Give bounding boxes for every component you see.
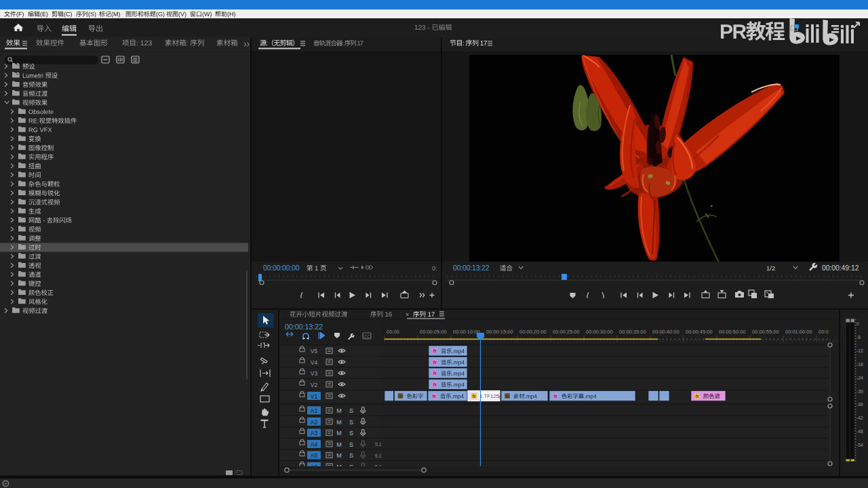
svg-text:fx: fx [433, 382, 437, 387]
svg-text:00:00:15:00: 00:00:15:00 [486, 329, 513, 335]
svg-text:-12: -12 [856, 348, 863, 353]
svg-text:-24: -24 [856, 375, 863, 380]
svg-text:00:00:45:00: 00:00:45:00 [686, 329, 713, 335]
svg-text:-54: -54 [856, 443, 863, 447]
svg-text:×: × [406, 311, 409, 318]
svg-text:00:00:49:12: 00:00:49:12 [822, 264, 859, 272]
svg-text:S: S [349, 419, 353, 426]
svg-text:V4: V4 [311, 359, 318, 366]
svg-text:A2: A2 [311, 419, 318, 426]
svg-text:00:00:10:00: 00:00:10:00 [453, 329, 480, 335]
svg-text:fx: fx [472, 394, 476, 399]
svg-text:00:00:25:00: 00:00:25:00 [553, 329, 580, 335]
svg-text:A1: A1 [311, 407, 318, 414]
svg-text:M: M [336, 407, 342, 414]
svg-text:00:00:50:00: 00:00:50:00 [719, 329, 746, 335]
svg-text:00:00:35:00: 00:00:35:00 [619, 329, 646, 335]
svg-text:00:00:55:00: 00:00:55:00 [752, 329, 779, 335]
svg-text:1.TF125(: 1.TF125( [479, 393, 501, 399]
svg-text:fx: fx [553, 394, 557, 399]
svg-text:S: S [349, 452, 353, 459]
svg-text:fx: fx [695, 394, 699, 399]
svg-text:CC: CC [363, 334, 370, 339]
svg-text:00:00:00:00: 00:00:00:00 [263, 264, 300, 272]
svg-text:V3: V3 [311, 370, 318, 377]
svg-text:M: M [336, 452, 342, 459]
svg-text:00:00:13:22: 00:00:13:22 [453, 264, 490, 272]
svg-text:S: S [349, 407, 353, 414]
svg-text:-36: -36 [856, 402, 863, 407]
svg-text:0:: 0: [432, 265, 437, 272]
svg-text:0: 0 [856, 321, 859, 326]
svg-text:fx: fx [433, 371, 437, 375]
svg-text:A3: A3 [311, 430, 318, 436]
svg-text:00:00:20:00: 00:00:20:00 [519, 329, 547, 335]
svg-text:V2: V2 [311, 382, 318, 388]
svg-text:M: M [336, 430, 342, 436]
svg-text:-6: -6 [856, 335, 861, 340]
svg-text:-48: -48 [856, 429, 863, 434]
svg-text:fx: fx [399, 394, 403, 399]
svg-text:M: M [336, 419, 342, 426]
svg-text:fx: fx [432, 394, 436, 399]
svg-text:1/2: 1/2 [766, 264, 775, 272]
svg-text:5.1: 5.1 [375, 453, 382, 458]
svg-text:00:00:40:00: 00:00:40:00 [652, 329, 679, 335]
svg-text:M: M [336, 441, 342, 448]
svg-text:V1: V1 [311, 393, 318, 400]
svg-text:-18: -18 [856, 362, 863, 367]
svg-text:00:00:05:00: 00:00:05:00 [420, 329, 447, 335]
svg-text:fx: fx [505, 394, 509, 399]
svg-text:00:00:13:22: 00:00:13:22 [285, 323, 323, 331]
svg-text:A5: A5 [311, 452, 318, 459]
svg-text:S: S [349, 430, 353, 436]
svg-text:fx: fx [433, 348, 437, 353]
svg-text:00:0: 00:0 [818, 329, 829, 335]
svg-text:V5: V5 [311, 348, 318, 354]
svg-text:00:00:30:00: 00:00:30:00 [586, 329, 613, 335]
svg-text:S: S [349, 441, 353, 448]
svg-text:00:01:00:00: 00:01:00:00 [785, 329, 812, 335]
svg-text:00:00: 00:00 [387, 329, 399, 335]
svg-text:A4: A4 [311, 441, 318, 448]
svg-text:5.1: 5.1 [375, 442, 382, 447]
svg-text:-42: -42 [856, 415, 863, 420]
svg-text:-30: -30 [856, 389, 863, 394]
svg-text:fx: fx [433, 360, 437, 365]
